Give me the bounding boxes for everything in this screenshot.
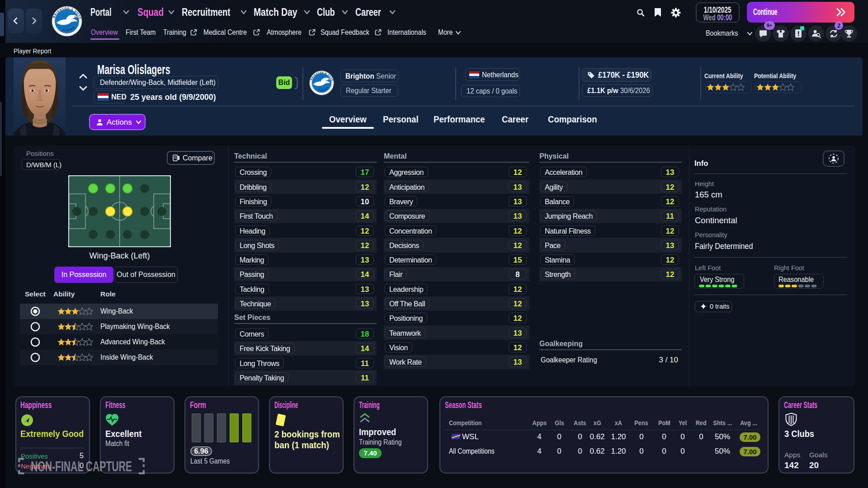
svg-text:NON-FINAL CAPTURE: NON-FINAL CAPTURE (31, 458, 132, 474)
